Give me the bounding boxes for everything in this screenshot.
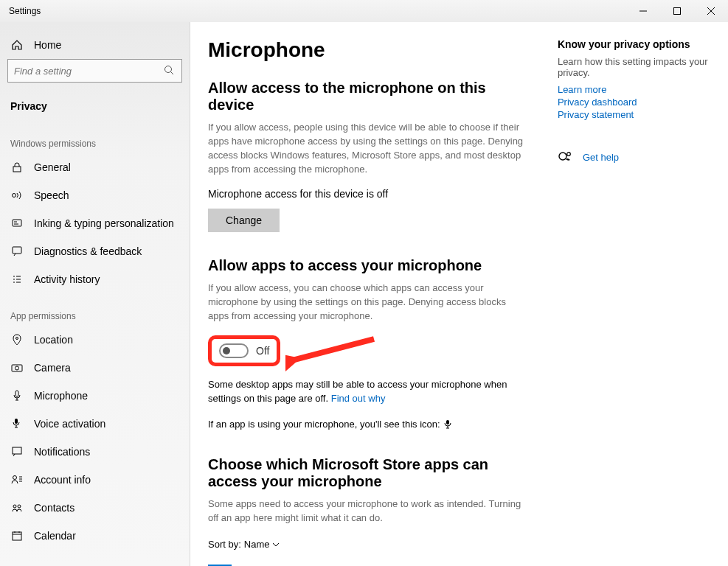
sidebar-item-camera[interactable]: Camera — [0, 354, 190, 382]
sidebar-item-activity[interactable]: Activity history — [0, 265, 190, 293]
sidebar-item-label: Activity history — [34, 273, 100, 285]
svg-rect-7 — [12, 365, 22, 371]
svg-point-23 — [567, 153, 571, 156]
section-app-permissions: App permissions — [0, 293, 190, 326]
svg-rect-2 — [13, 167, 21, 172]
feedback-icon — [10, 245, 24, 258]
microphone-indicator-icon — [443, 419, 453, 430]
device-access-status: Microphone access for this device is off — [208, 188, 528, 200]
sidebar-item-contacts[interactable]: Contacts — [0, 494, 190, 522]
svg-rect-10 — [15, 419, 18, 424]
sidebar-breadcrumb: Privacy — [0, 88, 190, 121]
activity-icon — [10, 273, 24, 286]
sidebar-item-label: Camera — [34, 362, 71, 374]
sidebar: Home Privacy Windows permissions General… — [0, 22, 190, 566]
svg-point-13 — [13, 505, 16, 508]
section-heading: Allow apps to access your microphone — [208, 257, 528, 274]
section-windows-permissions: Windows permissions — [0, 121, 190, 153]
close-button[interactable] — [694, 0, 728, 22]
contacts-icon — [10, 501, 24, 514]
svg-point-12 — [13, 476, 17, 480]
aside-heading: Know your privacy options — [558, 38, 710, 50]
sidebar-item-label: General — [34, 161, 71, 173]
sidebar-item-general[interactable]: General — [0, 153, 190, 181]
main-content: Microphone Allow access to the microphon… — [190, 22, 728, 566]
search-input[interactable] — [14, 66, 164, 77]
notifications-icon — [10, 445, 24, 458]
maximize-icon — [673, 7, 681, 15]
lock-icon — [10, 161, 24, 174]
speech-icon — [10, 189, 24, 202]
chevron-down-icon — [272, 541, 280, 548]
sidebar-item-notifications[interactable]: Notifications — [0, 438, 190, 466]
voice-icon — [10, 417, 24, 430]
search-input-wrap[interactable] — [7, 59, 182, 83]
section-device-access: Allow access to the microphone on this d… — [208, 80, 528, 232]
desktop-apps-note: Some desktop apps may still be able to a… — [208, 378, 528, 406]
find-out-why-link[interactable]: Find out why — [331, 393, 386, 404]
sidebar-item-label: Calendar — [34, 530, 76, 542]
window-title: Settings — [0, 6, 41, 16]
section-app-access: Allow apps to access your microphone If … — [208, 257, 528, 431]
sidebar-item-label: Location — [34, 334, 73, 346]
svg-rect-17 — [446, 420, 449, 424]
camera-icon — [10, 361, 24, 374]
sidebar-item-speech[interactable]: Speech — [0, 181, 190, 209]
sidebar-item-diagnostics[interactable]: Diagnostics & feedback — [0, 237, 190, 265]
svg-point-14 — [18, 505, 21, 508]
nav-home[interactable]: Home — [0, 31, 190, 59]
location-icon — [10, 333, 24, 346]
sidebar-item-label: Microphone — [34, 390, 88, 402]
maximize-button[interactable] — [660, 0, 694, 22]
svg-point-3 — [13, 194, 16, 198]
minimize-button[interactable] — [626, 0, 660, 22]
sidebar-item-location[interactable]: Location — [0, 326, 190, 354]
aside-panel: Know your privacy options Learn how this… — [558, 38, 710, 566]
nav-home-label: Home — [34, 39, 61, 51]
section-heading: Choose which Microsoft Store apps can ac… — [208, 456, 528, 490]
sort-by-dropdown[interactable]: Sort by: Name — [208, 539, 528, 550]
svg-rect-9 — [15, 391, 18, 396]
toggle-state-label: Off — [256, 345, 269, 357]
sidebar-item-label: Notifications — [34, 446, 90, 458]
get-help-row[interactable]: Get help — [558, 150, 710, 164]
link-privacy-statement[interactable]: Privacy statement — [558, 109, 710, 120]
calendar-icon — [10, 529, 24, 542]
sidebar-item-account[interactable]: Account info — [0, 466, 190, 494]
help-icon — [558, 150, 572, 164]
titlebar: Settings — [0, 0, 728, 22]
change-button[interactable]: Change — [208, 209, 280, 232]
account-icon — [10, 473, 24, 486]
sidebar-item-label: Account info — [34, 474, 91, 486]
get-help-link[interactable]: Get help — [583, 152, 619, 163]
window-controls — [626, 0, 728, 22]
minimize-icon — [639, 7, 647, 15]
annotation-highlight: Off — [208, 335, 280, 366]
sidebar-item-voice[interactable]: Voice activation — [0, 410, 190, 438]
search-icon — [164, 65, 176, 77]
svg-point-8 — [15, 366, 19, 370]
aside-desc: Learn how this setting impacts your priv… — [558, 56, 710, 78]
link-privacy-dashboard[interactable]: Privacy dashboard — [558, 97, 710, 108]
app-row-camera: Camera Off — [208, 559, 528, 566]
link-learn-more[interactable]: Learn more — [558, 84, 710, 95]
mic-icon-note: If an app is using your microphone, you'… — [208, 418, 528, 432]
svg-line-16 — [289, 339, 374, 361]
allow-apps-toggle[interactable] — [219, 343, 249, 358]
close-icon — [707, 7, 715, 15]
section-desc: Some apps need to access your microphone… — [208, 497, 528, 525]
annotation-arrow — [285, 332, 381, 376]
sidebar-item-microphone[interactable]: Microphone — [0, 382, 190, 410]
svg-rect-11 — [13, 447, 21, 454]
sidebar-item-label: Speech — [34, 189, 69, 201]
inking-icon — [10, 217, 24, 230]
page-title: Microphone — [208, 38, 528, 62]
sidebar-item-inking[interactable]: Inking & typing personalization — [0, 209, 190, 237]
svg-rect-5 — [13, 247, 21, 254]
section-store-apps: Choose which Microsoft Store apps can ac… — [208, 456, 528, 566]
sidebar-item-calendar[interactable]: Calendar — [0, 522, 190, 550]
svg-rect-4 — [13, 220, 21, 226]
sidebar-item-label: Contacts — [34, 502, 74, 514]
svg-rect-0 — [674, 8, 681, 15]
svg-rect-15 — [13, 532, 21, 540]
